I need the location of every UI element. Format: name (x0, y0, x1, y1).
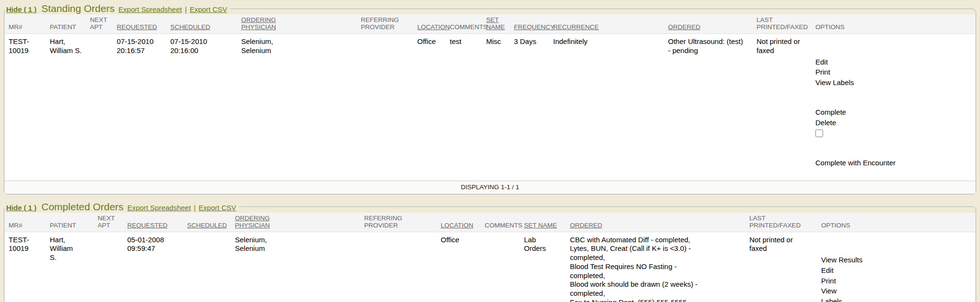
cell-options: Edit Print View Labels Complete Delete C… (812, 34, 975, 181)
cell-last-printed-faxed: Not printed or faxed (753, 34, 812, 181)
cell-comments: test (446, 34, 482, 181)
legend-separator: | (184, 5, 188, 13)
cell-scheduled: 07-15-2010 20:16:00 (167, 34, 237, 181)
col-header-ordered[interactable]: ORDERED (664, 14, 753, 34)
cell-mr: TEST-10019 (5, 232, 46, 302)
standing-orders-section: Hide ( 1 ) Standing Orders Export Spread… (4, 3, 976, 194)
col-header-referring-provider: REFERRING PROVIDER (360, 213, 437, 232)
edit-order-link[interactable]: Edit (821, 266, 834, 274)
col-header-set-name[interactable]: SET NAME (482, 14, 510, 34)
standing-order-checkbox[interactable] (815, 129, 823, 137)
cell-ordering-physician: Selenium, Selenium (237, 34, 357, 181)
complete-with-encounter-link[interactable]: Complete with Encounter (815, 159, 896, 167)
cell-options: View Results Edit Print View Labels Comp… (817, 232, 975, 302)
col-header-patient: PATIENT (46, 14, 86, 34)
col-header-ordering-physician[interactable]: ORDERING PHYSICIAN (231, 213, 360, 232)
completed-orders-title: Completed Orders (39, 201, 126, 212)
standing-paging-status: DISPLAYING 1-1 / 1 (5, 181, 975, 194)
cell-ordered: CBC with Automated Diff - completed, Lyt… (566, 232, 746, 302)
col-header-mr: MR# (5, 213, 46, 232)
standing-orders-legend: Hide ( 1 ) Standing Orders Export Spread… (5, 3, 230, 14)
completed-orders-legend: Hide ( 1 ) Completed Orders Export Sprea… (5, 201, 239, 213)
cell-requested: 07-15-2010 20:16:57 (113, 34, 167, 181)
cell-referring-provider (360, 232, 437, 302)
col-header-scheduled[interactable]: SCHEDULED (167, 14, 237, 34)
table-row: TEST-10019 Hart, William S. 07-15-2010 2… (5, 34, 975, 181)
col-header-set-name[interactable]: SET NAME (520, 213, 566, 232)
cell-requested: 05-01-2008 09:59:47 (123, 232, 183, 302)
edit-order-link[interactable]: Edit (815, 58, 828, 66)
cell-scheduled (183, 232, 231, 302)
view-labels-link[interactable]: View Labels (815, 78, 854, 86)
completed-orders-table: MR# PATIENT NEXT APT REQUESTED SCHEDULED… (5, 213, 975, 302)
table-row: TEST-10019 Hart, William S. 05-01-2008 0… (5, 232, 975, 302)
col-header-requested[interactable]: REQUESTED (113, 14, 167, 34)
standing-export-csv-link[interactable]: Export CSV (189, 5, 227, 13)
standing-header-row: MR# PATIENT NEXT APT REQUESTED SCHEDULED… (5, 14, 975, 34)
cell-ordered: Other Ultrasound: (test) - pending (664, 34, 753, 181)
cell-patient: Hart, William S. (46, 232, 94, 302)
col-header-location[interactable]: LOCATION (413, 14, 446, 34)
col-header-scheduled[interactable]: SCHEDULED (183, 213, 231, 232)
col-header-last-printed-faxed: LAST PRINTED/FAXED (746, 213, 817, 232)
cell-next-apt (86, 34, 113, 181)
delete-order-link[interactable]: Delete (815, 119, 836, 127)
orders-page: Hide ( 1 ) Standing Orders Export Spread… (0, 0, 980, 302)
col-header-next-apt: NEXT APT (86, 14, 113, 34)
col-header-ordering-physician[interactable]: ORDERING PHYSICIAN (237, 14, 357, 34)
cell-next-apt (94, 232, 123, 302)
col-header-comments: COMMENTS (446, 14, 482, 34)
completed-header-row: MR# PATIENT NEXT APT REQUESTED SCHEDULED… (5, 213, 975, 232)
cell-set-name: Lab Orders (520, 232, 566, 302)
col-header-comments: COMMENTS (481, 213, 520, 232)
cell-location: Office (413, 34, 446, 181)
standing-hide-toggle-link[interactable]: Hide ( 1 ) (6, 5, 36, 13)
print-order-link[interactable]: Print (815, 68, 830, 76)
cell-mr: TEST-10019 (5, 34, 46, 181)
col-header-location[interactable]: LOCATION (437, 213, 481, 232)
col-header-requested[interactable]: REQUESTED (123, 213, 183, 232)
col-header-last-printed-faxed: LAST PRINTED/FAXED (753, 14, 812, 34)
labels-link[interactable]: Labels (821, 297, 842, 302)
view-order-link[interactable]: View (821, 287, 836, 295)
standing-export-spreadsheet-link[interactable]: Export Spreadsheet (119, 5, 182, 13)
cell-referring-provider (357, 34, 413, 181)
cell-last-printed-faxed: Not printed or faxed (746, 232, 817, 302)
cell-comments (481, 232, 520, 302)
completed-orders-section: Hide ( 1 ) Completed Orders Export Sprea… (4, 201, 976, 302)
cell-frequency: 3 Days (510, 34, 549, 181)
standing-orders-title: Standing Orders (39, 3, 117, 14)
view-results-link[interactable]: View Results (821, 256, 862, 264)
completed-hide-toggle-link[interactable]: Hide ( 1 ) (6, 204, 36, 212)
legend-separator: | (193, 204, 197, 212)
completed-export-spreadsheet-link[interactable]: Export Spreadsheet (127, 204, 191, 212)
col-header-mr: MR# (5, 14, 46, 34)
col-header-referring-provider: REFERRING PROVIDER (357, 14, 413, 34)
cell-patient: Hart, William S. (46, 34, 86, 181)
col-header-recurrence[interactable]: RECURRENCE (549, 14, 664, 34)
col-header-next-apt: NEXT APT (94, 213, 123, 232)
col-header-patient: PATIENT (46, 213, 94, 232)
col-header-ordered[interactable]: ORDERED (566, 213, 746, 232)
cell-recurrence: Indefinitely (549, 34, 664, 181)
standing-orders-table: MR# PATIENT NEXT APT REQUESTED SCHEDULED… (5, 14, 975, 181)
complete-order-link[interactable]: Complete (815, 108, 846, 116)
col-header-frequency[interactable]: FREQUENCY (510, 14, 549, 34)
cell-location: Office (437, 232, 481, 302)
col-header-options: OPTIONS (817, 213, 975, 232)
cell-set-name: Misc (482, 34, 510, 181)
col-header-options: OPTIONS (812, 14, 975, 34)
cell-ordering-physician: Selenium, Selenium (231, 232, 360, 302)
print-order-link[interactable]: Print (821, 277, 836, 285)
completed-export-csv-link[interactable]: Export CSV (199, 204, 236, 212)
